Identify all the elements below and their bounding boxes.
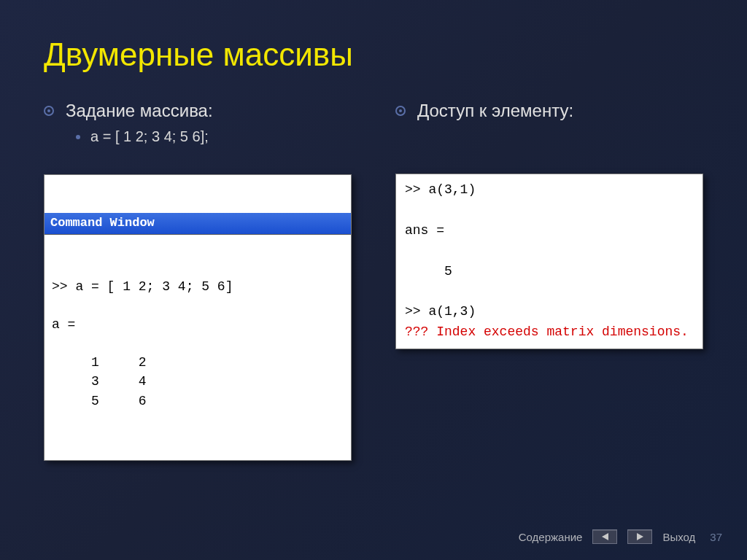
bullet-text: Доступ к элементу: xyxy=(417,101,573,121)
bullet-marker-icon xyxy=(44,106,54,116)
command-window-titlebar: Command Window xyxy=(44,213,351,235)
subbullet-marker-icon xyxy=(76,135,80,139)
arrow-right-icon xyxy=(637,533,643,540)
subbullet-array-code: a = [ 1 2; 3 4; 5 6]; xyxy=(76,128,352,145)
slide-title: Двумерные массивы xyxy=(44,36,703,73)
left-column: Задание массива: a = [ 1 2; 3 4; 5 6]; C… xyxy=(44,101,352,461)
bullet-marker-icon xyxy=(395,106,406,116)
arrow-left-icon xyxy=(602,533,608,540)
content-columns: Задание массива: a = [ 1 2; 3 4; 5 6]; C… xyxy=(44,101,703,461)
exit-link[interactable]: Выход xyxy=(662,531,695,543)
bullet-element-access: Доступ к элементу: xyxy=(395,101,703,121)
slide-footer: Содержание Выход 37 xyxy=(519,529,722,544)
bullet-array-definition: Задание массива: xyxy=(44,101,352,121)
output-error-line: ??? Index exceeds matrix dimensions. xyxy=(405,324,689,339)
slide: Двумерные массивы Задание массива: a = [… xyxy=(0,0,747,560)
bullet-text: Задание массива: xyxy=(66,101,213,121)
command-window-body: >> a = [ 1 2; 3 4; 5 6] a = 1 2 3 4 5 6 xyxy=(44,273,351,415)
next-slide-button[interactable] xyxy=(627,529,652,544)
output-code: >> a(3,1) ans = 5 >> a(1,3) xyxy=(405,182,476,319)
command-window-box: Command Window >> a = [ 1 2; 3 4; 5 6] a… xyxy=(44,174,352,461)
page-number: 37 xyxy=(710,531,722,543)
contents-link[interactable]: Содержание xyxy=(519,531,583,543)
output-box: >> a(3,1) ans = 5 >> a(1,3) ??? Index ex… xyxy=(395,174,703,349)
prev-slide-button[interactable] xyxy=(592,529,617,544)
subbullet-text: a = [ 1 2; 3 4; 5 6]; xyxy=(90,128,209,145)
right-column: Доступ к элементу: >> a(3,1) ans = 5 >> … xyxy=(395,101,703,461)
